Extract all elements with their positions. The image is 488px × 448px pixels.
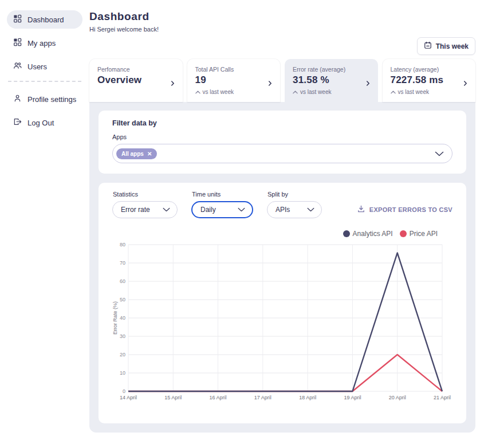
page-subtitle: Hi Sergei welcome back! [89,26,475,33]
split-by-label: Split by [267,191,322,198]
legend-dot [343,230,350,237]
statistics-control: Statistics Error rate [112,191,178,218]
svg-text:15 April: 15 April [164,395,182,400]
calendar-icon [424,41,432,51]
chart-legend: Analytics APIPrice API [112,230,438,238]
caret-up-icon [195,89,200,95]
svg-text:18 April: 18 April [299,395,316,400]
stat-card-footnote: vs last week [203,89,234,95]
svg-text:40: 40 [120,315,125,321]
svg-text:14 April: 14 April [120,395,137,400]
sidebar: Dashboard My apps Users Profile settings… [0,0,87,448]
stat-card-latency[interactable]: Latency (average) 7227.58 ms vs last wee… [383,59,476,102]
filter-panel: Filter data by Apps All apps ✕ [99,111,466,174]
export-csv-label: EXPORT ERRORS TO CSV [369,206,452,213]
legend-dot [400,230,407,237]
svg-text:16 April: 16 April [210,395,227,400]
stat-card-value: 7227.58 ms [391,74,468,86]
main-content: Dashboard Hi Sergei welcome back! This w… [87,0,488,448]
content-shell: Filter data by Apps All apps ✕ Statistic… [89,102,475,433]
chart-controls: Statistics Error rate Time units Daily S… [112,191,452,218]
chip-close-icon[interactable]: ✕ [147,151,152,157]
chart-area: 0102030405060708014 April15 April16 Apri… [112,239,452,408]
time-units-control: Time units Daily [191,191,253,218]
apps-chip-label: All apps [121,151,144,157]
time-units-label: Time units [192,191,253,198]
stat-card-value: 31.58 % [293,74,370,86]
stat-card-total-api-calls[interactable]: Total API Calls 19 vs last week [187,59,281,102]
stat-card-label: Total API Calls [195,66,273,73]
stat-card-value: 19 [195,74,273,86]
svg-text:20 April: 20 April [389,395,406,400]
svg-text:0: 0 [123,388,125,394]
apps-multiselect[interactable]: All apps ✕ [112,144,452,163]
chevron-right-icon [170,78,176,89]
download-icon [357,205,365,214]
legend-label: Price API [410,230,438,238]
sidebar-item-profile-settings[interactable]: Profile settings [7,90,82,108]
stat-card-label: Latency (average) [391,66,468,73]
chevron-down-icon [307,206,314,214]
sidebar-divider [8,81,81,82]
stat-card-error-rate[interactable]: Error rate (average) 31.58 % vs last wee… [285,59,378,102]
time-units-value: Daily [200,206,216,214]
svg-text:21 April: 21 April [434,395,451,400]
sidebar-item-dashboard[interactable]: Dashboard [7,10,82,29]
stat-card-value: Overview [97,74,175,86]
statistics-label: Statistics [113,191,178,198]
stat-cards-row: Perfomance Overview Total API Calls 19 v… [89,59,475,102]
filter-heading: Filter data by [112,119,452,127]
apps-chip[interactable]: All apps ✕ [116,148,157,159]
chevron-right-icon [267,78,273,89]
chart-panel: Statistics Error rate Time units Daily S… [99,183,466,423]
chevron-down-icon [163,206,170,214]
users-icon [13,61,22,72]
caret-up-icon [391,89,396,95]
period-selector-button[interactable]: This week [417,37,475,55]
sidebar-item-label: Users [27,62,47,71]
stat-card-label: Error rate (average) [293,66,370,73]
split-by-select[interactable]: APIs [267,201,322,218]
svg-text:20: 20 [120,352,125,357]
legend-label: Analytics API [353,230,393,238]
sidebar-item-my-apps[interactable]: My apps [7,34,82,52]
person-icon [13,94,22,104]
page-title: Dashboard [89,10,475,23]
sidebar-item-label: Log Out [27,119,54,127]
sidebar-item-label: My apps [27,39,56,48]
export-csv-button[interactable]: EXPORT ERRORS TO CSV [357,205,452,218]
stat-card-footnote: vs last week [398,89,429,95]
line-chart: 0102030405060708014 April15 April16 Apri… [112,239,452,406]
svg-text:19 April: 19 April [344,395,361,400]
stat-card-footnote: vs last week [300,89,331,95]
caret-up-icon [293,89,298,95]
statistics-select[interactable]: Error rate [112,201,178,218]
period-selector-label: This week [436,42,469,50]
stat-card-performance[interactable]: Perfomance Overview [89,59,183,102]
chevron-down-icon [238,206,245,214]
chevron-right-icon [462,78,469,89]
grid-icon [13,14,22,25]
svg-text:Error Rate (%): Error Rate (%) [112,301,118,335]
sidebar-item-users[interactable]: Users [7,57,82,76]
split-by-control: Split by APIs [267,191,322,218]
time-units-select[interactable]: Daily [191,201,253,218]
svg-text:30: 30 [120,333,125,339]
svg-text:70: 70 [120,260,125,266]
grid-icon [13,38,22,48]
legend-item[interactable]: Price API [400,230,438,238]
svg-text:60: 60 [120,278,125,284]
split-by-value: APIs [276,206,290,214]
svg-text:17 April: 17 April [254,395,271,400]
apps-field-label: Apps [112,133,452,140]
sidebar-item-label: Dashboard [27,15,64,24]
stat-card-label: Perfomance [97,66,175,73]
legend-item[interactable]: Analytics API [343,230,393,238]
chevron-down-icon [435,148,444,159]
logout-icon [13,117,22,128]
svg-text:80: 80 [120,242,125,247]
sidebar-item-log-out[interactable]: Log Out [7,113,82,132]
chevron-right-icon [365,78,371,89]
sidebar-item-label: Profile settings [27,95,76,104]
statistics-value: Error rate [121,206,150,214]
